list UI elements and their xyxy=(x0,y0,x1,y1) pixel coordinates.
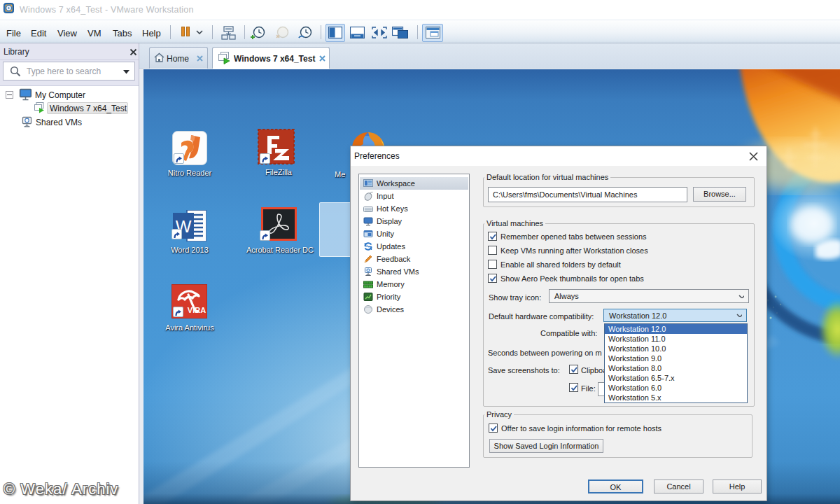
svg-text:VIRA: VIRA xyxy=(188,306,206,314)
